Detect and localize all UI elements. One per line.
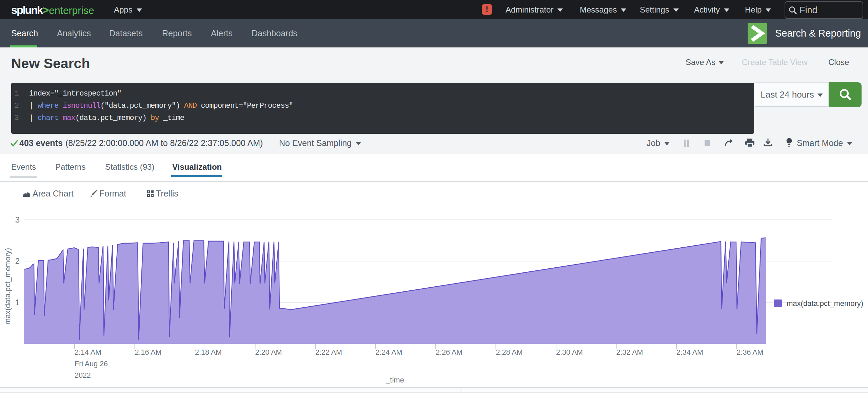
svg-text:3: 3: [15, 215, 20, 224]
svg-text:max(data.pct_memory): max(data.pct_memory): [3, 248, 12, 325]
svg-text:_time: _time: [386, 376, 404, 384]
svg-text:2:14 AM: 2:14 AM: [75, 348, 101, 356]
svg-text:2:16 AM: 2:16 AM: [135, 348, 162, 356]
svg-text:2:28 AM: 2:28 AM: [496, 348, 523, 356]
svg-text:2:20 AM: 2:20 AM: [255, 348, 282, 356]
svg-text:2022: 2022: [75, 371, 91, 379]
svg-text:2:30 AM: 2:30 AM: [556, 348, 583, 356]
svg-text:2:26 AM: 2:26 AM: [436, 348, 462, 356]
svg-text:2:34 AM: 2:34 AM: [676, 348, 703, 356]
svg-text:2: 2: [15, 256, 20, 266]
svg-text:1: 1: [15, 298, 20, 307]
svg-text:2:22 AM: 2:22 AM: [315, 348, 342, 356]
svg-text:2:18 AM: 2:18 AM: [195, 348, 222, 356]
svg-text:2:32 AM: 2:32 AM: [616, 348, 643, 356]
svg-text:2:24 AM: 2:24 AM: [376, 348, 402, 356]
svg-text:max(data.pct_memory): max(data.pct_memory): [787, 299, 863, 308]
svg-text:2:36 AM: 2:36 AM: [737, 348, 764, 356]
svg-text:Fri Aug 26: Fri Aug 26: [75, 360, 108, 368]
